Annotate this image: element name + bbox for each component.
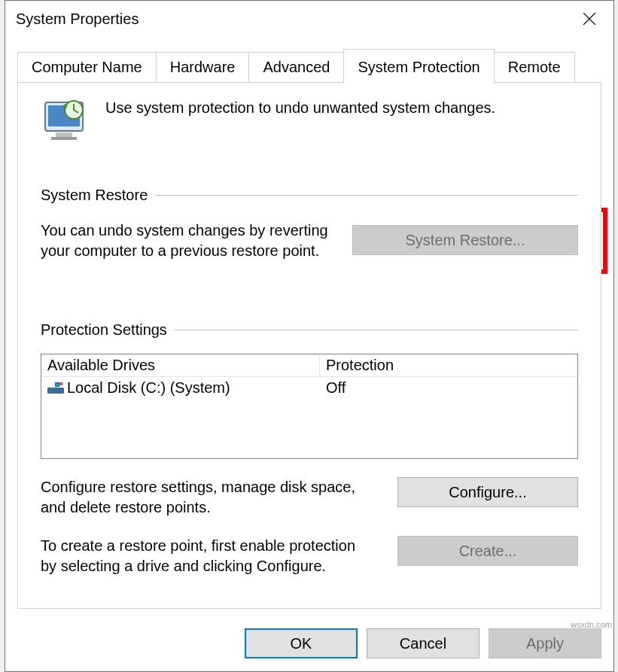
intro-text: Use system protection to undo unwanted s… [105,99,495,117]
system-properties-window: System Properties Computer Name Hardware… [5,0,614,672]
column-header-protection[interactable]: Protection [320,354,577,376]
svg-rect-11 [56,384,58,385]
drives-table[interactable]: Available Drives Protection Local Disk (… [41,354,578,459]
drive-name: Local Disk (C:) (System) [67,379,230,397]
tab-system-protection[interactable]: System Protection [343,49,494,83]
divider [175,330,578,330]
tab-computer-name[interactable]: Computer Name [17,52,157,83]
apply-button[interactable]: Apply [489,628,601,658]
protection-settings-heading: Protection Settings [41,321,578,339]
close-icon [583,12,596,26]
group-heading-label: System Restore [41,187,148,204]
system-protection-panel: Use system protection to undo unwanted s… [17,82,601,609]
protection-settings-group: Protection Settings Available Drives Pro… [41,321,578,576]
system-restore-button[interactable]: System Restore... [352,225,578,255]
tab-hardware[interactable]: Hardware [156,52,250,83]
ok-button[interactable]: OK [245,628,358,658]
drive-protection-status: Off [320,377,577,399]
watermark: wsxdn.com [571,620,612,629]
svg-rect-5 [51,137,77,140]
divider [155,195,578,196]
svg-rect-8 [47,388,64,394]
configure-button[interactable]: Configure... [397,477,578,507]
svg-rect-4 [56,132,72,137]
create-button[interactable]: Create... [397,536,578,566]
svg-rect-10 [59,382,62,385]
dialog-action-bar: OK Cancel Apply [5,622,613,671]
configure-description: Configure restore settings, manage disk … [41,477,372,518]
system-restore-icon [41,98,92,141]
drives-table-header: Available Drives Protection [41,354,577,377]
system-restore-group: System Restore You can undo system chang… [41,187,578,261]
intro-row: Use system protection to undo unwanted s… [41,98,578,141]
titlebar: System Properties [5,1,613,37]
system-restore-heading: System Restore [41,187,578,204]
group-heading-label: Protection Settings [41,321,167,339]
tab-strip: Computer Name Hardware Advanced System P… [17,52,613,83]
drive-icon [47,382,64,394]
window-title: System Properties [16,11,139,28]
create-description: To create a restore point, first enable … [41,536,372,576]
cancel-button[interactable]: Cancel [367,628,479,658]
column-header-drives[interactable]: Available Drives [41,354,320,376]
system-restore-description: You can undo system changes by reverting… [41,220,349,261]
table-row[interactable]: Local Disk (C:) (System) Off [41,377,577,399]
tab-remote[interactable]: Remote [494,52,575,83]
close-button[interactable] [565,1,613,37]
tab-advanced[interactable]: Advanced [248,52,344,83]
